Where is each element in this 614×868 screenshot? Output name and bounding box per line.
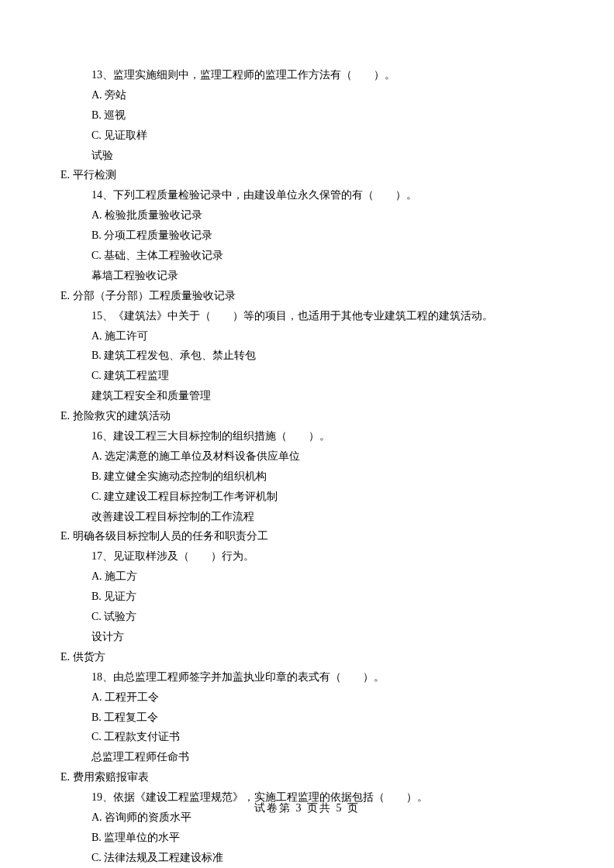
q16-opt-d: 改善建设工程目标控制的工作流程 [60, 507, 614, 527]
q16-opt-b: B. 建立健全实施动态控制的组织机构 [60, 467, 614, 487]
q18-opt-d: 总监理工程师任命书 [60, 747, 614, 767]
q14-stem: 14、下列工程质量检验记录中，由建设单位永久保管的有（ ）。 [60, 185, 614, 205]
q16-opt-c: C. 建立建设工程目标控制工作考评机制 [60, 487, 614, 507]
q18-opt-b: B. 工程复工令 [60, 708, 614, 728]
q15-opt-b: B. 建筑工程发包、承包、禁止转包 [60, 346, 614, 366]
q13-opt-a: A. 旁站 [60, 85, 614, 105]
q13-opt-b: B. 巡视 [60, 105, 614, 126]
q16-opt-a: A. 选定满意的施工单位及材料设备供应单位 [60, 446, 614, 467]
q14-opt-c: C. 基础、主体工程验收记录 [60, 246, 614, 266]
q15-opt-d: 建筑工程安全和质量管理 [60, 386, 614, 406]
q13-opt-d: 试验 [60, 146, 614, 166]
q16-opt-e: E. 明确各级目标控制人员的任务和职责分工 [60, 526, 614, 546]
q14-opt-d: 幕墙工程验收记录 [60, 266, 614, 286]
q17-opt-c: C. 试验方 [60, 607, 614, 627]
q16-stem: 16、建设工程三大目标控制的组织措施（ ）。 [60, 426, 614, 446]
q17-opt-e: E. 供货方 [60, 647, 614, 667]
q15-stem: 15、《建筑法》中关于（ ）等的项目，也适用于其他专业建筑工程的建筑活动。 [60, 306, 614, 326]
q19-opt-c: C. 法律法规及工程建设标准 [60, 848, 614, 868]
q14-opt-e: E. 分部（子分部）工程质量验收记录 [60, 286, 614, 306]
q18-opt-c: C. 工程款支付证书 [60, 727, 614, 747]
q18-opt-a: A. 工程开工令 [60, 687, 614, 708]
page-footer: 试卷第 3 页共 5 页 [0, 798, 614, 818]
q14-opt-a: A. 检验批质量验收记录 [60, 205, 614, 226]
q14-opt-b: B. 分项工程质量验收记录 [60, 226, 614, 246]
q17-opt-b: B. 见证方 [60, 587, 614, 607]
page-content: 13、监理实施细则中，监理工程师的监理工作方法有（ ）。 A. 旁站 B. 巡视… [0, 65, 614, 868]
q13-opt-c: C. 见证取样 [60, 126, 614, 146]
q15-opt-a: A. 施工许可 [60, 326, 614, 346]
q15-opt-e: E. 抢险救灾的建筑活动 [60, 406, 614, 426]
q19-opt-b: B. 监理单位的水平 [60, 828, 614, 848]
q18-opt-e: E. 费用索赔报审表 [60, 767, 614, 787]
q15-opt-c: C. 建筑工程监理 [60, 366, 614, 386]
q18-stem: 18、由总监理工程师签字并加盖执业印章的表式有（ ）。 [60, 667, 614, 687]
q17-opt-d: 设计方 [60, 627, 614, 647]
q17-stem: 17、见证取样涉及（ ）行为。 [60, 546, 614, 567]
q13-opt-e: E. 平行检测 [60, 165, 614, 185]
q13-stem: 13、监理实施细则中，监理工程师的监理工作方法有（ ）。 [60, 65, 614, 85]
q17-opt-a: A. 施工方 [60, 567, 614, 587]
